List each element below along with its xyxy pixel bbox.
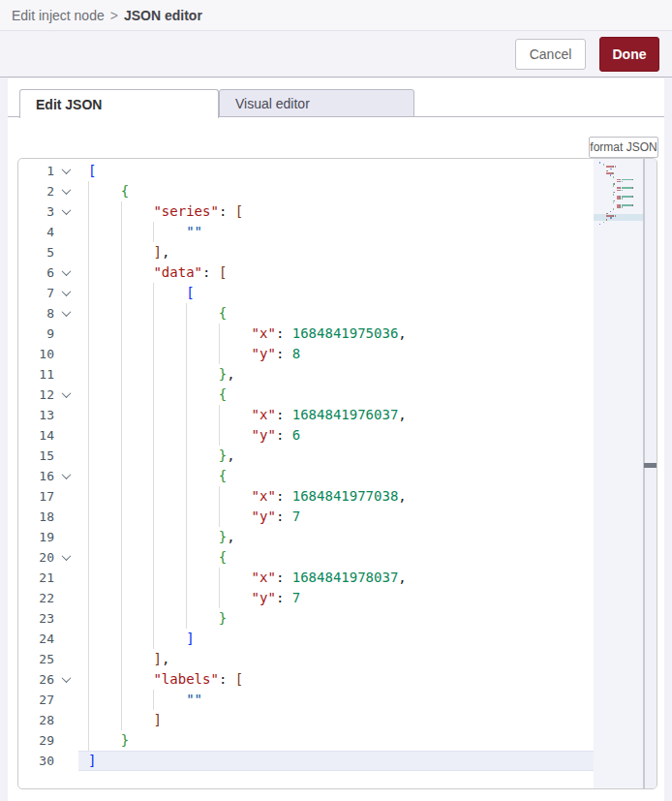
editor-code-area[interactable]: [ { "series": [ "" ], "data": [ [ { "x":… [78, 161, 594, 771]
code-line[interactable]: { [78, 466, 594, 486]
done-button[interactable]: Done [599, 37, 659, 72]
page-title: JSON editor [124, 8, 202, 23]
code-line[interactable]: "" [78, 222, 594, 242]
overview-ruler[interactable] [645, 159, 657, 789]
code-line[interactable]: "x": 1684841976037, [78, 405, 594, 425]
code-line[interactable]: ] [78, 710, 594, 730]
minimap-mark [610, 217, 612, 219]
minimap[interactable] [594, 159, 643, 789]
code-line-current[interactable]: ] [78, 751, 594, 771]
cancel-button[interactable]: Cancel [515, 39, 586, 70]
format-json-button[interactable]: format JSON [589, 137, 658, 158]
code-line[interactable]: "x": 1684841975036, [78, 323, 594, 344]
minimap-mark [610, 174, 611, 176]
code-line[interactable]: ], [78, 649, 594, 669]
minimap-mark [632, 204, 633, 206]
code-line[interactable]: }, [78, 364, 594, 385]
code-line[interactable]: { [78, 547, 594, 568]
code-line[interactable]: { [78, 303, 594, 323]
minimap-highlight-band [594, 214, 643, 221]
minimap-mark [613, 185, 614, 187]
minimap-mark [622, 181, 623, 183]
minimap-mark [622, 206, 623, 208]
code-line[interactable]: }, [78, 527, 594, 547]
minimap-mark [610, 169, 612, 170]
minimap-mark [599, 162, 600, 164]
minimap-mark [632, 179, 633, 181]
tab-edit-json[interactable]: Edit JSON [19, 89, 219, 118]
breadcrumb-separator: > [110, 8, 118, 23]
code-line[interactable]: } [78, 608, 594, 629]
minimap-mark [615, 215, 616, 217]
minimap-mark [614, 200, 615, 202]
code-line[interactable]: { [78, 181, 594, 201]
code-line[interactable]: "series": [ [78, 201, 594, 222]
minimap-mark [615, 166, 616, 168]
minimap-mark [614, 183, 615, 185]
minimap-mark [603, 222, 604, 224]
json-code-editor[interactable]: 1234567891011121314151617181920212223242… [17, 158, 657, 789]
code-line[interactable]: "y": 7 [78, 588, 594, 608]
minimap-mark [622, 190, 623, 192]
breadcrumb: Edit inject node > JSON editor [0, 0, 672, 31]
tab-visual-editor[interactable]: Visual editor [219, 89, 414, 117]
code-line[interactable]: "y": 7 [78, 507, 594, 527]
minimap-mark [622, 196, 633, 198]
minimap-mark [610, 211, 611, 213]
cursor-position-marker [644, 463, 657, 468]
dialog-button-bar: Cancel Done [0, 32, 672, 77]
minimap-mark [603, 164, 604, 166]
code-line[interactable]: [ [78, 283, 594, 303]
code-line[interactable]: "" [78, 690, 594, 710]
code-line[interactable]: [ [78, 161, 594, 181]
breadcrumb-parent[interactable]: Edit inject node [12, 8, 105, 23]
code-line[interactable]: "labels": [ [78, 669, 594, 690]
code-line[interactable]: "y": 6 [78, 425, 594, 446]
code-line[interactable]: { [78, 385, 594, 405]
minimap-mark [614, 192, 615, 194]
minimap-mark [613, 202, 614, 204]
minimap-mark [613, 176, 614, 178]
code-line[interactable]: ] [78, 629, 594, 649]
code-line[interactable]: "x": 1684841977038, [78, 486, 594, 507]
minimap-mark [613, 194, 614, 196]
minimap-mark [632, 196, 633, 198]
minimap-mark [622, 198, 623, 200]
code-line[interactable]: "x": 1684841978037, [78, 568, 594, 588]
code-line[interactable]: }, [78, 446, 594, 466]
minimap-mark [606, 219, 607, 221]
minimap-mark [622, 179, 633, 181]
code-line[interactable]: } [78, 730, 594, 751]
minimap-mark [622, 204, 633, 206]
minimap-mark [613, 208, 614, 210]
minimap-mark [632, 187, 633, 189]
minimap-mark [599, 224, 600, 226]
code-line[interactable]: "data": [ [78, 262, 594, 283]
minimap-mark [622, 187, 633, 189]
code-line[interactable]: "y": 8 [78, 344, 594, 364]
code-line[interactable]: ], [78, 242, 594, 262]
minimap-mark [613, 172, 614, 174]
